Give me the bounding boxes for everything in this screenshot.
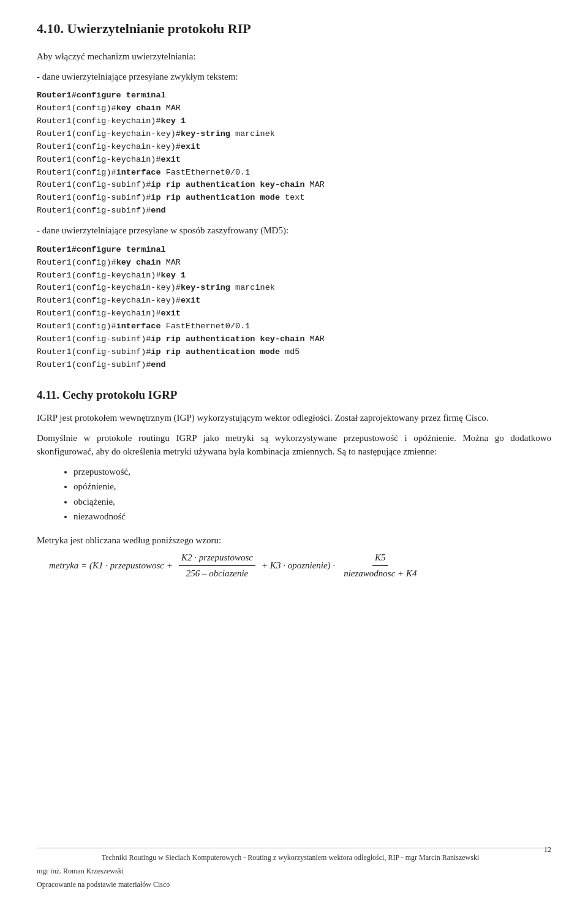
formula-display: metryka = (K1 · przepustowosc + K2 · prz… <box>49 551 551 580</box>
formula-fraction2: K5 niezawodnosc + K4 <box>341 551 419 580</box>
footer-text: Techniki Routingu w Sieciach Komputerowy… <box>102 853 480 862</box>
code-block-plain: Router1#configure terminal Router1(confi… <box>37 89 551 217</box>
formula-section: Metryka jest obliczana według poniższego… <box>37 533 551 581</box>
list-item: niezawodność <box>74 510 551 524</box>
list-item: obciążenie, <box>74 495 551 509</box>
list-item: przepustowość, <box>74 465 551 479</box>
page-number: 12 <box>544 844 551 855</box>
footer-sub: mgr inż. Roman Krzeszewski <box>37 865 551 876</box>
footer-bottom: Opracowanie na podstawie materiałów Cisc… <box>37 879 551 890</box>
list-item: opóźnienie, <box>74 480 551 494</box>
section-heading-2: 4.11. Cechy protokołu IGRP <box>37 386 551 404</box>
frac2-numerator: K5 <box>372 551 388 566</box>
section-encrypted-label: - dane uwierzytelniające przesyłane w sp… <box>37 224 551 238</box>
frac2-denominator: niezawodnosc + K4 <box>341 566 419 581</box>
frac1-denominator: 256 – obciazenie <box>184 566 251 581</box>
formula-plus-k3: + K3 · opoznienie) · <box>262 559 335 573</box>
page-footer: Techniki Routingu w Sieciach Komputerowy… <box>37 848 551 890</box>
igrp-para2: Domyślnie w protokole routingu IGRP jako… <box>37 431 551 459</box>
code-block-encrypted: Router1#configure terminal Router1(confi… <box>37 244 551 372</box>
formula-label: Metryka jest obliczana według poniższego… <box>37 533 551 548</box>
frac1-numerator: K2 · przepustowosc <box>179 551 255 566</box>
section-plain-label: - dane uwierzytelniające przesyłane zwyk… <box>37 70 551 84</box>
formula-lhs: metryka = (K1 · przepustowosc + <box>49 559 173 573</box>
section-heading: 4.10. Uwierzytelnianie protokołu RIP <box>37 18 551 39</box>
metrics-list: przepustowość, opóźnienie, obciążenie, n… <box>74 465 551 524</box>
formula-fraction1: K2 · przepustowosc 256 – obciazenie <box>179 551 255 580</box>
igrp-para1: IGRP jest protokołem wewnętrznym (IGP) w… <box>37 411 551 425</box>
intro-text: Aby włączyć mechanizm uwierzytelniania: <box>37 50 551 64</box>
